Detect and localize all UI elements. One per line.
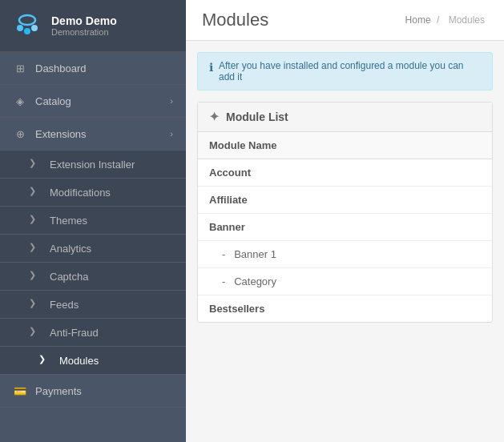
feeds-icon: ❯	[29, 298, 42, 311]
info-icon: ℹ	[209, 61, 213, 74]
module-name-account: Account	[198, 159, 492, 187]
sidebar-label-captcha: Captcha	[50, 271, 88, 283]
sidebar-header: Demo Demo Demonstration	[0, 0, 186, 52]
table-row: Affiliate	[198, 187, 492, 214]
sidebar: Demo Demo Demonstration ⊞ Dashboard ◈ Ca…	[0, 0, 186, 442]
breadcrumb: Home / Modules	[405, 14, 488, 26]
sidebar-label-catalog: Catalog	[35, 95, 170, 107]
payments-icon: 💳	[13, 384, 27, 398]
sidebar-item-captcha[interactable]: ❯ Captcha	[0, 263, 186, 291]
sidebar-label-modules: Modules	[59, 355, 99, 367]
table-row: Bestsellers	[198, 295, 492, 323]
table-row: Banner	[198, 214, 492, 241]
svg-point-0	[19, 15, 35, 25]
module-name-affiliate: Affiliate	[198, 187, 492, 214]
svg-point-2	[24, 28, 30, 34]
dashboard-icon: ⊞	[13, 61, 27, 75]
sidebar-item-themes[interactable]: ❯ Themes	[0, 207, 186, 235]
logo	[11, 10, 43, 42]
sidebar-item-analytics[interactable]: ❯ Analytics	[0, 235, 186, 263]
captcha-icon: ❯	[29, 270, 42, 283]
sidebar-label-modifications: Modifications	[50, 187, 111, 199]
table-row: - Category	[198, 268, 492, 295]
anti-fraud-icon: ❯	[29, 326, 42, 339]
table-row: - Banner 1	[198, 241, 492, 268]
sidebar-item-extensions[interactable]: ⊕ Extensions ›	[0, 118, 186, 151]
extension-installer-icon: ❯	[29, 158, 42, 171]
main-content: Modules Home / Modules ℹ After you have …	[186, 0, 504, 442]
brand-info: Demo Demo Demonstration	[51, 14, 117, 37]
sidebar-label-extensions: Extensions	[35, 128, 170, 140]
info-banner: ℹ After you have installed and configure…	[197, 52, 493, 90]
module-list-section: ✦ Module List Module Name Account Affili…	[197, 102, 493, 323]
sidebar-label-extension-installer: Extension Installer	[50, 159, 135, 171]
modifications-icon: ❯	[29, 186, 42, 199]
themes-icon: ❯	[29, 214, 42, 227]
extensions-icon: ⊕	[13, 127, 27, 141]
sidebar-nav: ⊞ Dashboard ◈ Catalog › ⊕ Extensions › ❯…	[0, 52, 186, 442]
breadcrumb-current: Modules	[449, 14, 485, 26]
col-module-name: Module Name	[198, 132, 492, 159]
svg-point-1	[17, 25, 23, 31]
svg-point-3	[31, 25, 38, 31]
sidebar-label-themes: Themes	[50, 215, 87, 227]
module-name-banner: Banner	[198, 214, 492, 241]
catalog-icon: ◈	[13, 94, 27, 108]
sidebar-label-dashboard: Dashboard	[35, 62, 173, 74]
sidebar-item-extension-installer[interactable]: ❯ Extension Installer	[0, 151, 186, 179]
module-name-bestsellers: Bestsellers	[198, 295, 492, 323]
analytics-icon: ❯	[29, 242, 42, 255]
brand-name: Demo Demo	[51, 14, 117, 27]
extensions-arrow: ›	[170, 129, 173, 139]
module-table: Module Name Account Affiliate Banner - B…	[198, 132, 492, 322]
sidebar-label-analytics: Analytics	[50, 243, 91, 255]
main-header: Modules Home / Modules	[186, 0, 504, 41]
sidebar-item-catalog[interactable]: ◈ Catalog ›	[0, 85, 186, 118]
brand-sub: Demonstration	[51, 27, 117, 37]
info-message: After you have installed and configured …	[219, 60, 481, 82]
catalog-arrow: ›	[170, 96, 173, 106]
sidebar-item-modifications[interactable]: ❯ Modifications	[0, 179, 186, 207]
module-list-header: ✦ Module List	[198, 102, 492, 132]
page-title: Modules	[202, 10, 268, 30]
table-row: Account	[198, 159, 492, 187]
sidebar-item-anti-fraud[interactable]: ❯ Anti-Fraud	[0, 319, 186, 347]
sidebar-item-feeds[interactable]: ❯ Feeds	[0, 291, 186, 319]
sidebar-label-feeds: Feeds	[50, 299, 79, 311]
sidebar-label-payments: Payments	[35, 385, 173, 397]
sidebar-item-payments[interactable]: 💳 Payments	[0, 375, 186, 408]
sidebar-item-dashboard[interactable]: ⊞ Dashboard	[0, 52, 186, 85]
sidebar-label-anti-fraud: Anti-Fraud	[50, 327, 99, 339]
modules-icon: ❯	[38, 354, 51, 367]
puzzle-icon: ✦	[209, 110, 220, 124]
sidebar-item-modules[interactable]: ❯ Modules	[0, 347, 186, 375]
breadcrumb-home[interactable]: Home	[405, 14, 431, 26]
module-list-title: Module List	[226, 110, 288, 123]
breadcrumb-separator: /	[437, 14, 439, 26]
module-name-banner1: - Banner 1	[198, 241, 492, 268]
module-name-category: - Category	[198, 268, 492, 295]
